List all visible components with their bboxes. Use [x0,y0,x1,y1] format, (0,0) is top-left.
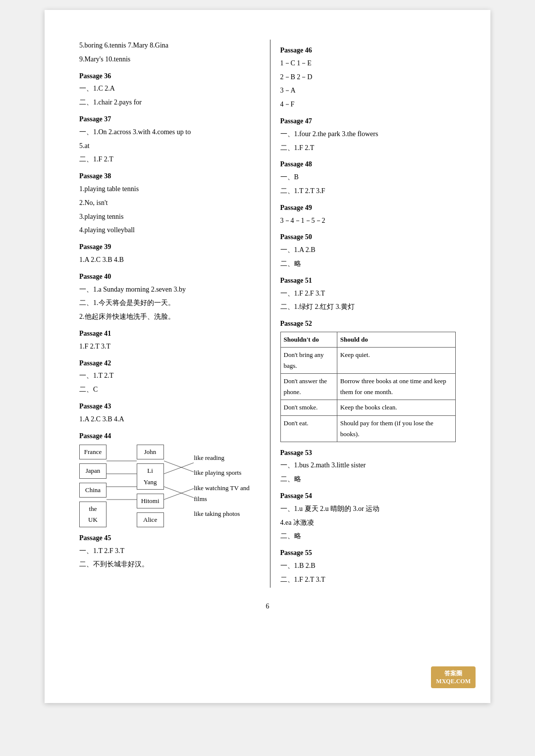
p41-title: Passage 41 [79,328,255,340]
watermark-line1: 答案圈 [436,669,471,678]
p44-title: Passage 44 [79,430,255,442]
match-right-photos: like taking photos [194,508,255,519]
p52-row2-col2: Borrow three books at one time and keep … [337,374,455,400]
p46-title: Passage 46 [280,45,456,56]
p45-l1: 一、1.T 2.F 3.T [79,545,255,557]
p54-l2: 4.ea 冰激凌 [280,517,456,529]
p50-title: Passage 50 [280,231,456,243]
intro-line1: 5.boring 6.tennis 7.Mary 8.Gina [79,40,255,51]
match-mid-alice: Alice [137,512,164,527]
p52-row3-col2: Keep the books clean. [337,400,455,415]
p37-title: Passage 37 [79,113,255,125]
p54-l1: 一、1.u 夏天 2.u 晴朗的 3.or 运动 [280,503,456,515]
match-mid-liyang: Li Yang [137,463,164,489]
match-left-china: China [79,483,107,498]
match-left-uk: the UK [79,502,107,527]
watermark-line2: MXQE.COM [436,678,471,685]
p52-row3-col1: Don't smoke. [280,400,337,415]
p42-l2: 二、C [79,384,255,396]
p51-title: Passage 51 [280,275,456,287]
p43-title: Passage 43 [79,401,255,412]
match-lines-svg [107,454,137,518]
p45-l2: 二、不到长城非好汉。 [79,558,255,570]
p44-match-diagram: France Japan China the UK Joh [79,445,255,527]
p48-l2: 二、1.T 2.T 3.F [280,185,456,197]
p52-row2-col1: Don't answer the phone. [280,374,337,400]
match-mid-hitomi: Hitomi [137,494,164,508]
p36-title: Passage 36 [79,70,255,82]
p48-l1: 一、B [280,171,456,183]
p52-table: Shouldn't do Should do Don't bring any b… [280,332,456,442]
p40-title: Passage 40 [79,271,255,283]
p36-l1: 一、1.C 2.A [79,83,255,95]
p52-row1-col2: Keep quiet. [337,348,455,374]
p53-l2: 二、略 [280,473,456,485]
p37-l3: 二、1.F 2.T [79,153,255,165]
p53-title: Passage 53 [280,447,456,459]
p49-title: Passage 49 [280,202,456,214]
match-mid-john: John [137,445,164,459]
page-number: 6 [79,603,456,610]
p52-title: Passage 52 [280,318,456,330]
p51-l1: 一、1.F 2.F 3.T [280,288,456,300]
p55-title: Passage 55 [280,547,456,559]
p38-l4: 4.playing volleyball [79,224,255,236]
p50-l2: 二、略 [280,258,456,270]
p46-l3: 3－A [280,85,456,97]
content-wrapper: 5.boring 6.tennis 7.Mary 8.Gina 9.Mary's… [79,40,456,588]
p38-l3: 3.playing tennis [79,211,255,223]
p55-l1: 一、1.B 2.B [280,560,456,572]
p52-row4-col2: Should pay for them (if you lose the boo… [337,415,455,442]
p39-title: Passage 39 [79,241,255,253]
p52-row4-col1: Don't eat. [280,415,337,442]
p46-l4: 4－F [280,99,456,110]
p49-l1: 3－4－1－5－2 [280,215,456,227]
p36-l2: 二、1.chair 2.pays for [79,97,255,108]
p47-l2: 二、1.F 2.T [280,142,456,154]
p48-title: Passage 48 [280,158,456,170]
p43-l1: 1.A 2.C 3.B 4.A [79,413,255,425]
p54-title: Passage 54 [280,490,456,502]
match-left-col: France Japan China the UK [79,445,107,527]
p37-l2: 5.at [79,140,255,152]
p53-l1: 一、1.bus 2.math 3.little sister [280,459,456,471]
p46-l2: 2－B 2－D [280,71,456,83]
right-column: Passage 46 1－C 1－E 2－B 2－D 3－A 4－F Passa… [270,40,456,588]
p54-l3: 二、略 [280,530,456,542]
p52-row1-col1: Don't bring any bags. [280,348,337,374]
page: 5.boring 6.tennis 7.Mary 8.Gina 9.Mary's… [45,10,490,703]
p40-l1: 一、1.a Sunday morning 2.seven 3.by [79,284,255,296]
p52-header-shouldnt: Shouldn't do [280,332,337,347]
p38-title: Passage 38 [79,170,255,182]
p41-l1: 1.F 2.T 3.T [79,341,255,353]
match-lines-svg2 [164,454,194,518]
match-right-tv: like watching TV and films [194,483,255,504]
p45-title: Passage 45 [79,532,255,544]
p50-l1: 一、1.A 2.B [280,244,456,256]
p38-l1: 1.playing table tennis [79,183,255,195]
match-right-col: like reading like playing sports like wa… [194,453,255,519]
p40-l2: 二、1.今天将会是美好的一天。 [79,297,255,309]
watermark: 答案圈 MXQE.COM [431,666,476,688]
p47-title: Passage 47 [280,115,456,127]
p42-l1: 一、1.T 2.T [79,370,255,382]
p38-l2: 2.No, isn't [79,197,255,209]
p51-l2: 二、1.绿灯 2.红灯 3.黄灯 [280,301,456,313]
match-right-reading: like reading [194,453,255,463]
match-middle-col: John Li Yang Hitomi Alice [137,445,164,527]
match-left-france: France [79,445,107,459]
p37-l1: 一、1.On 2.across 3.with 4.comes up to [79,126,255,138]
match-right-sports: like playing sports [194,467,255,478]
p52-header-should: Should do [337,332,455,347]
p40-l3: 2.他起床并快速地洗手、洗脸。 [79,311,255,323]
left-column: 5.boring 6.tennis 7.Mary 8.Gina 9.Mary's… [79,40,255,588]
match-left-japan: Japan [79,463,107,478]
p55-l2: 二、1.F 2.T 3.T [280,574,456,586]
intro-line2: 9.Mary's 10.tennis [79,53,255,65]
p47-l1: 一、1.four 2.the park 3.the flowers [280,128,456,140]
p46-l1: 1－C 1－E [280,57,456,69]
p42-title: Passage 42 [79,357,255,369]
p39-l1: 1.A 2.C 3.B 4.B [79,254,255,266]
